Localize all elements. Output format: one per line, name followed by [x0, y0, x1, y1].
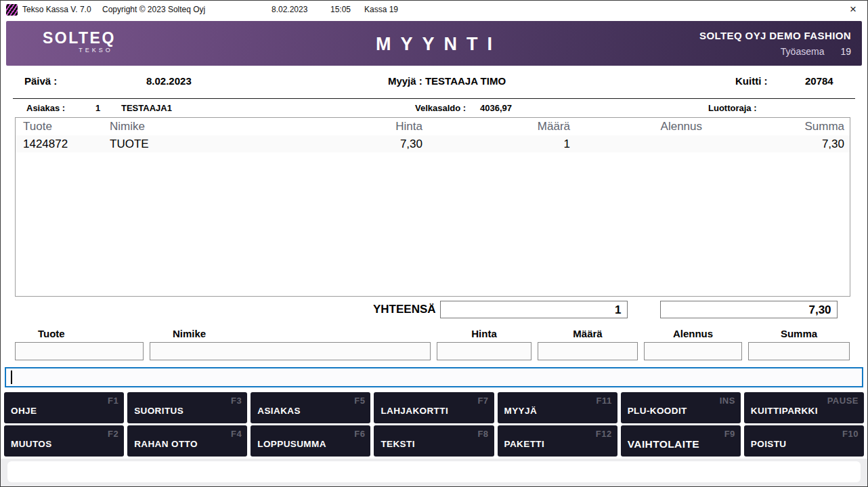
fkey-label: LOPPUSUMMA	[257, 439, 326, 449]
fkey-loppusumma[interactable]: LOPPUSUMMA F6	[251, 425, 370, 457]
fkey-shortcut: F12	[596, 429, 612, 439]
fkey-shortcut: INS	[720, 396, 735, 406]
fkey-shortcut: PAUSE	[827, 396, 859, 406]
fkey-vaihtolaite[interactable]: VAIHTOLAITE F9	[621, 425, 741, 457]
column-header-nimike: Nimike	[102, 120, 234, 133]
fkey-shortcut: F3	[231, 396, 242, 406]
table-row[interactable]: 1424872 TUOTE 7,30 1 7,30	[16, 135, 850, 152]
fkey-label: KUITTIPARKKI	[751, 406, 818, 416]
entry-label-alennus: Alennus	[644, 328, 742, 340]
summa-input[interactable]	[748, 342, 850, 360]
entry-labels-row: Tuote Nimike Hinta Määrä Alennus Summa	[1, 328, 867, 340]
fkey-label: OHJE	[11, 406, 37, 416]
cell-tuote: 1424872	[16, 137, 102, 151]
entry-label-tuote: Tuote	[15, 328, 144, 340]
titlebar-date: 8.02.2023	[272, 5, 307, 14]
receipt-value: 20784	[805, 75, 833, 87]
cell-summa: 7,30	[702, 137, 850, 151]
customer-name: TESTAAJA1	[121, 103, 172, 113]
titlebar-register: Kassa 19	[364, 5, 398, 14]
table-header-row: Tuote Nimike Hinta Määrä Alennus Summa	[16, 118, 850, 135]
fkey-label: VAIHTOLAITE	[628, 438, 699, 450]
close-icon[interactable]: ×	[847, 2, 859, 17]
fkey-ohje[interactable]: OHJE F1	[4, 392, 124, 423]
column-header-maara: Määrä	[422, 120, 570, 133]
fkey-shortcut: F7	[477, 396, 488, 406]
fkey-shortcut: F9	[724, 429, 735, 439]
customer-label: Asiakas :	[26, 103, 65, 113]
entry-label-summa: Summa	[748, 328, 850, 340]
fkey-rahan-otto[interactable]: RAHAN OTTO F4	[127, 425, 247, 457]
fkey-teksti[interactable]: TEKSTI F8	[374, 425, 494, 457]
entry-label-maara: Määrä	[538, 328, 638, 340]
fkey-label: MUUTOS	[11, 439, 52, 449]
cell-maara: 1	[422, 137, 570, 151]
fkey-kuittiparkki[interactable]: KUITTIPARKKI PAUSE	[744, 392, 864, 423]
fkey-shortcut: F8	[477, 429, 488, 439]
workstation-number: 19	[840, 46, 851, 57]
workstation-label: Työasema	[781, 46, 825, 57]
alennus-input[interactable]	[644, 342, 742, 360]
status-message-box	[7, 461, 861, 482]
fkey-label: MYYJÄ	[504, 406, 538, 416]
column-header-alennus: Alennus	[570, 120, 702, 133]
entry-label-nimike: Nimike	[150, 328, 431, 340]
fkey-label: PAKETTI	[504, 439, 545, 449]
totals-quantity-box: 1	[440, 301, 628, 318]
fkey-label: PLU-KOODIT	[628, 406, 687, 416]
command-line-input[interactable]	[5, 367, 863, 387]
column-header-tuote: Tuote	[16, 120, 102, 133]
workstation-info: Työasema19	[781, 46, 851, 57]
cell-hinta: 7,30	[234, 137, 422, 151]
fkey-shortcut: F10	[842, 429, 859, 439]
fkey-suoritus[interactable]: SUORITUS F3	[127, 392, 247, 423]
entry-inputs-row	[1, 342, 867, 360]
totals-row: YHTEENSÄ 1 7,30	[1, 301, 867, 318]
tuote-input[interactable]	[15, 342, 144, 360]
fkey-shortcut: F6	[354, 429, 365, 439]
totals-label: YHTEENSÄ	[373, 303, 436, 316]
fkey-shortcut: F11	[596, 396, 612, 406]
fkey-shortcut: F5	[354, 396, 365, 406]
debt-value: 4036,97	[480, 103, 512, 113]
entry-label-hinta: Hinta	[437, 328, 531, 340]
text-caret	[11, 370, 12, 384]
maara-input[interactable]	[538, 342, 638, 360]
customer-row: Asiakas : 1 TESTAAJA1 Velkasaldo : 4036,…	[1, 99, 867, 117]
fkey-plu-koodit[interactable]: PLU-KOODIT INS	[621, 392, 741, 423]
fkey-asiakas[interactable]: ASIAKAS F5	[251, 392, 370, 423]
column-header-hinta: Hinta	[234, 120, 422, 133]
app-window: Tekso Kassa V. 7.0 Copyright © 2023 Solt…	[0, 0, 868, 487]
fkey-shortcut: F1	[108, 396, 118, 406]
store-name: SOLTEQ OYJ DEMO FASHION	[699, 30, 851, 41]
app-title: Tekso Kassa V. 7.0	[22, 5, 91, 14]
info-row: Päivä : 8.02.2023 Myyjä : TESTAAJA TIMO …	[1, 66, 867, 98]
fkey-shortcut: F4	[231, 429, 242, 439]
sale-lines-table: Tuote Nimike Hinta Määrä Alennus Summa 1…	[15, 117, 850, 297]
fkey-muutos[interactable]: MUUTOS F2	[4, 425, 124, 457]
fkey-myyja[interactable]: MYYJÄ F11	[498, 392, 617, 423]
cell-nimike: TUOTE	[102, 137, 234, 151]
app-window-icon	[6, 4, 18, 16]
fkey-shortcut: F2	[108, 429, 118, 439]
titlebar-time: 15:05	[330, 5, 351, 14]
function-key-grid: OHJE F1 SUORITUS F3 ASIAKAS F5 LAHJAKORT…	[1, 392, 867, 457]
fkey-label: ASIAKAS	[257, 406, 301, 416]
fkey-poistu[interactable]: POISTU F10	[744, 425, 864, 457]
copyright-text: Copyright © 2023 Solteq Oyj	[102, 5, 205, 14]
brand-header: SOLTEQ TEKSO MYYNTI SOLTEQ OYJ DEMO FASH…	[6, 21, 862, 66]
column-header-summa: Summa	[702, 120, 850, 133]
credit-limit-label: Luottoraja :	[708, 103, 757, 113]
receipt-label: Kuitti :	[735, 75, 767, 87]
status-bar	[1, 459, 867, 487]
totals-amount-box: 7,30	[660, 301, 838, 318]
hinta-input[interactable]	[437, 342, 531, 360]
fkey-label: RAHAN OTTO	[134, 439, 198, 449]
fkey-paketti[interactable]: PAKETTI F12	[498, 425, 617, 457]
fkey-lahjakortti[interactable]: LAHJAKORTTI F7	[374, 392, 494, 423]
fkey-label: POISTU	[751, 439, 787, 449]
fkey-label: SUORITUS	[134, 406, 183, 416]
fkey-label: LAHJAKORTTI	[381, 406, 448, 416]
nimike-input[interactable]	[150, 342, 431, 360]
customer-number: 1	[95, 103, 100, 113]
